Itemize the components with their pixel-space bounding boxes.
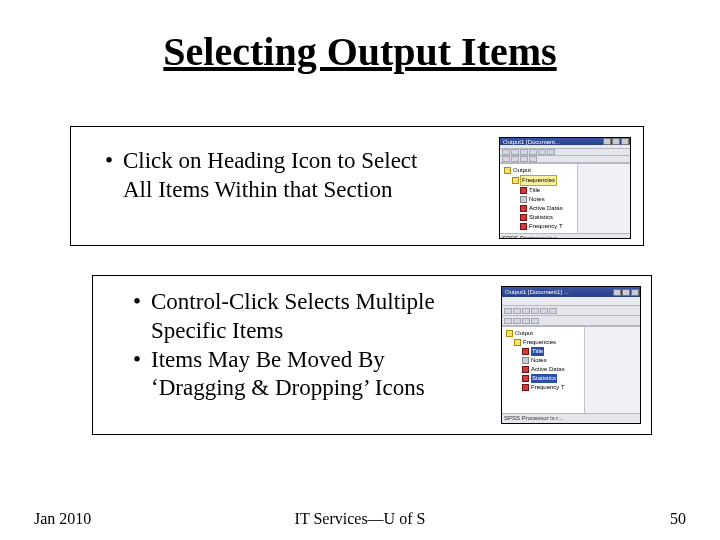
close-button	[631, 289, 639, 296]
bullet-list-2: • Control-Click Selects Multiple Specifi…	[133, 288, 443, 403]
toolbar-button	[531, 318, 539, 324]
tree-label: Title	[529, 186, 540, 195]
bullet-text: Items May Be Moved By ‘Dragging & Droppi…	[151, 346, 443, 404]
toolbar-button	[547, 149, 555, 155]
item-icon	[522, 366, 529, 373]
toolbar-button	[504, 308, 512, 314]
window-title: Output1 [Document...	[501, 139, 602, 145]
tree-item: Notes	[504, 195, 575, 204]
toolbar-button	[522, 308, 530, 314]
toolbar-button	[538, 149, 546, 155]
toolbar-button	[502, 149, 510, 155]
tree-root: Output	[506, 329, 582, 338]
toolbar-button	[513, 308, 521, 314]
tree-label: Notes	[531, 356, 547, 365]
menu-bar	[502, 297, 640, 306]
bullet-item: • Control-Click Selects Multiple Specifi…	[133, 288, 443, 346]
item-icon	[522, 375, 529, 382]
toolbar-button	[520, 156, 528, 162]
status-bar: SPSS Processor is r...	[500, 233, 630, 238]
tree-item: Active Datas	[504, 204, 575, 213]
output-tree: Output Frequencies Title Notes	[500, 164, 578, 233]
toolbar-2	[500, 156, 630, 163]
folder-icon	[512, 177, 519, 184]
tree-label: Frequencies	[523, 338, 556, 347]
tree-label-selected: Title	[531, 347, 544, 356]
tree-group: Frequencies	[504, 175, 575, 186]
content-block-2: • Control-Click Selects Multiple Specifi…	[92, 275, 652, 435]
item-icon	[520, 223, 527, 230]
tree-item: Statistics	[506, 374, 582, 383]
output-tree: Output Frequencies Title Notes	[502, 327, 585, 413]
item-icon	[520, 214, 527, 221]
tree-item: Notes	[506, 356, 582, 365]
item-icon	[522, 357, 529, 364]
window-titlebar: Output1 [Document...	[500, 138, 630, 145]
maximize-button	[622, 289, 630, 296]
tree-label: Active Datas	[531, 365, 565, 374]
window-body: Output Frequencies Title Notes	[500, 163, 630, 233]
close-button	[621, 138, 629, 145]
toolbar-button	[529, 156, 537, 162]
toolbar-button	[511, 149, 519, 155]
item-icon	[520, 196, 527, 203]
tree-label: Statistics	[529, 213, 553, 222]
content-block-1: • Click on Heading Icon to Select All It…	[70, 126, 644, 246]
tree-label: Frequency T	[531, 383, 565, 392]
tree-label: Frequency T	[529, 222, 563, 231]
toolbar-button	[513, 318, 521, 324]
tree-root: Output	[504, 166, 575, 175]
bullet-marker: •	[133, 346, 151, 404]
toolbar-button	[540, 308, 548, 314]
toolbar-button	[522, 318, 530, 324]
slide-title: Selecting Output Items	[0, 28, 720, 75]
tree-item: Frequency T	[504, 222, 575, 231]
toolbar	[500, 149, 630, 156]
toolbar-2	[502, 316, 640, 326]
content-pane	[585, 327, 640, 413]
window-title: Output1 [Document1] ...	[503, 289, 612, 295]
folder-icon	[506, 330, 513, 337]
tree-item: Title	[506, 347, 582, 356]
spss-output-thumbnail-2: Output1 [Document1] ...	[501, 286, 641, 424]
tree-label: Output	[513, 166, 531, 175]
maximize-button	[612, 138, 620, 145]
item-icon	[520, 205, 527, 212]
status-bar: SPSS Processor is r...	[502, 413, 640, 423]
minimize-button	[613, 289, 621, 296]
toolbar-button	[531, 308, 539, 314]
tree-group: Frequencies	[506, 338, 582, 347]
bullet-text: Control-Click Selects Multiple Specific …	[151, 288, 443, 346]
folder-icon	[504, 167, 511, 174]
window-titlebar: Output1 [Document1] ...	[502, 287, 640, 297]
folder-icon	[514, 339, 521, 346]
content-pane	[578, 164, 630, 233]
tree-label: Output	[515, 329, 533, 338]
toolbar-button	[504, 318, 512, 324]
minimize-button	[603, 138, 611, 145]
item-icon	[520, 187, 527, 194]
window-body: Output Frequencies Title Notes	[502, 326, 640, 413]
tree-label-selected: Statistics	[531, 374, 557, 383]
toolbar-button	[520, 149, 528, 155]
bullet-text: Click on Heading Icon to Select All Item…	[123, 147, 445, 205]
spss-output-thumbnail-1: Output1 [Document...	[499, 137, 631, 239]
toolbar-button	[549, 308, 557, 314]
tree-label-selected: Frequencies	[520, 175, 557, 186]
item-icon	[522, 348, 529, 355]
tree-label: Active Datas	[529, 204, 563, 213]
bullet-marker: •	[133, 288, 151, 346]
item-icon	[522, 384, 529, 391]
slide: Selecting Output Items • Click on Headin…	[0, 0, 720, 540]
bullet-item: • Items May Be Moved By ‘Dragging & Drop…	[133, 346, 443, 404]
toolbar-button	[511, 156, 519, 162]
toolbar-button	[502, 156, 510, 162]
bullet-list-1: • Click on Heading Icon to Select All It…	[105, 147, 445, 205]
footer-date: Jan 2010	[34, 510, 91, 528]
toolbar-button	[529, 149, 537, 155]
slide-number: 50	[670, 510, 686, 528]
tree-item: Active Datas	[506, 365, 582, 374]
tree-label: Notes	[529, 195, 545, 204]
footer-center: IT Services—U of S	[0, 510, 720, 528]
slide-footer: Jan 2010 IT Services—U of S 50	[0, 510, 720, 528]
